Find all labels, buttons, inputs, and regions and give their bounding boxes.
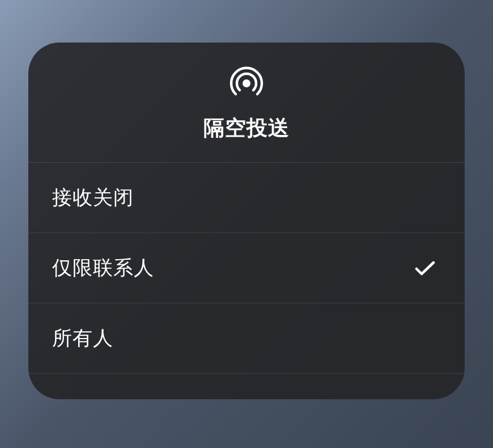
option-contacts-only[interactable]: 仅限联系人 [28, 233, 465, 303]
svg-point-0 [243, 79, 250, 87]
option-label: 仅限联系人 [52, 255, 154, 281]
option-label: 所有人 [52, 325, 113, 352]
checkmark-icon [415, 258, 435, 278]
option-label: 接收关闭 [52, 184, 134, 211]
airdrop-panel: 隔空投送 接收关闭 仅限联系人 所有人 [28, 43, 465, 399]
panel-title: 隔空投送 [203, 114, 290, 142]
bottom-spacer [28, 374, 465, 399]
option-everyone[interactable]: 所有人 [28, 303, 465, 374]
airdrop-icon [228, 65, 265, 102]
panel-header: 隔空投送 [28, 43, 465, 163]
option-receiving-off[interactable]: 接收关闭 [28, 163, 465, 233]
